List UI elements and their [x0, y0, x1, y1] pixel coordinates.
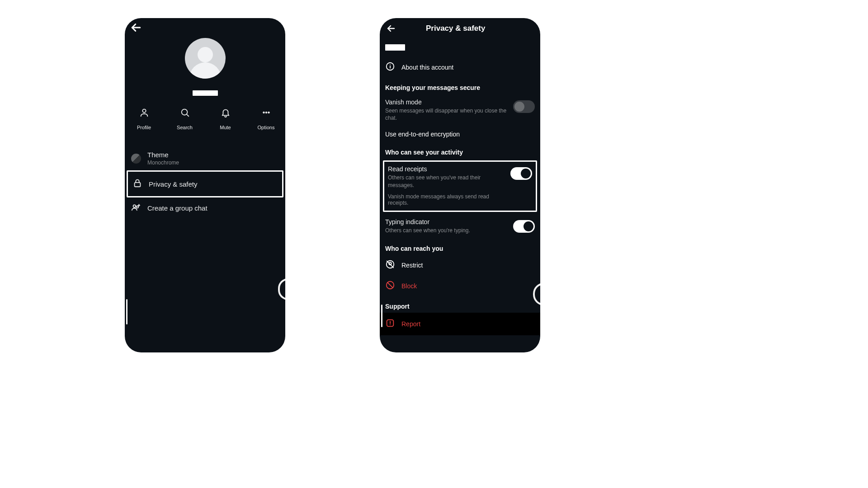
- section-header-support: Support: [380, 296, 540, 313]
- row-label: Restrict: [401, 262, 423, 269]
- profile-avatar[interactable]: [185, 38, 226, 79]
- section-header-reach: Who can reach you: [380, 239, 540, 255]
- row-vanish-mode[interactable]: Vanish mode Seen messages will disappear…: [380, 94, 540, 126]
- action-mute[interactable]: Mute: [215, 108, 236, 130]
- info-circle-icon: [385, 61, 395, 73]
- row-label: Use end-to-end encryption: [385, 131, 460, 138]
- action-search[interactable]: Search: [174, 108, 196, 130]
- scroll-indicator: [126, 299, 127, 324]
- row-label: Block: [401, 282, 417, 290]
- row-description: Others can see when you've read their me…: [388, 174, 506, 188]
- row-theme[interactable]: Theme Monochrome: [125, 146, 285, 170]
- scroll-indicator: [381, 305, 382, 327]
- action-label: Mute: [220, 125, 231, 130]
- row-title: Privacy & safety: [149, 180, 198, 188]
- lock-icon: [132, 178, 142, 190]
- dots-horizontal-icon: [261, 108, 271, 119]
- row-label: About this account: [401, 64, 453, 71]
- page-title: Privacy & safety: [426, 24, 485, 33]
- row-title: Typing indicator: [385, 218, 509, 225]
- back-button[interactable]: [384, 22, 398, 35]
- action-label: Options: [258, 125, 275, 130]
- svg-point-6: [133, 205, 136, 207]
- svg-point-4: [268, 112, 269, 113]
- highlight-privacy-safety: Privacy & safety: [127, 170, 283, 197]
- action-label: Search: [177, 125, 193, 130]
- action-profile[interactable]: Profile: [133, 108, 155, 130]
- action-label: Profile: [137, 125, 151, 130]
- svg-point-7: [136, 206, 138, 208]
- section-header-activity: Who can see your activity: [380, 142, 540, 159]
- report-icon: [385, 318, 395, 330]
- svg-point-1: [181, 109, 187, 115]
- svg-point-0: [142, 109, 146, 113]
- phone-screen-chat-settings: Profile Search Mute Options: [125, 18, 285, 352]
- row-subtitle: Monochrome: [147, 160, 179, 166]
- row-label: Report: [401, 320, 420, 328]
- back-button[interactable]: [129, 21, 143, 34]
- restrict-icon: [385, 259, 395, 271]
- toggle-vanish-mode[interactable]: [513, 100, 535, 113]
- row-title: Theme: [147, 151, 179, 159]
- row-typing-indicator[interactable]: Typing indicator Others can see when you…: [380, 214, 540, 239]
- phone-screen-privacy-safety: Privacy & safety About this account Keep…: [380, 18, 540, 352]
- row-restrict[interactable]: Restrict: [380, 255, 540, 276]
- row-privacy-safety[interactable]: Privacy & safety: [128, 172, 282, 196]
- row-title: Vanish mode: [385, 99, 509, 106]
- row-end-to-end-encryption[interactable]: Use end-to-end encryption: [380, 126, 540, 142]
- theme-swatch-icon: [131, 154, 141, 164]
- row-title: Create a group chat: [147, 204, 208, 212]
- highlight-read-receipts: Read receipts Others can see when you've…: [383, 160, 537, 211]
- toggle-typing-indicator[interactable]: [513, 220, 535, 233]
- row-report[interactable]: Report: [380, 313, 540, 335]
- svg-point-3: [265, 112, 267, 113]
- row-note: Vanish mode messages always send read re…: [388, 193, 506, 206]
- svg-point-2: [263, 112, 264, 113]
- action-options[interactable]: Options: [255, 108, 277, 130]
- row-description: Seen messages will disappear when you cl…: [385, 107, 509, 122]
- row-read-receipts[interactable]: Read receipts Others can see when you've…: [384, 162, 536, 210]
- row-description: Others can see when you're typing.: [385, 227, 509, 234]
- username-placeholder: [385, 44, 405, 51]
- group-add-icon: [131, 202, 141, 214]
- svg-rect-5: [135, 183, 141, 187]
- person-icon: [139, 108, 149, 119]
- row-create-group-chat[interactable]: Create a group chat: [125, 197, 285, 218]
- profile-name-placeholder: [193, 90, 218, 96]
- bell-icon: [221, 108, 231, 119]
- row-block[interactable]: Block: [380, 276, 540, 296]
- search-icon: [180, 108, 190, 119]
- block-icon: [385, 280, 395, 292]
- toggle-read-receipts[interactable]: [510, 167, 532, 180]
- edge-gesture-hint: [278, 278, 285, 300]
- section-header-secure: Keeping your messages secure: [380, 78, 540, 94]
- row-about-account[interactable]: About this account: [380, 57, 540, 78]
- row-title: Read receipts: [388, 165, 506, 173]
